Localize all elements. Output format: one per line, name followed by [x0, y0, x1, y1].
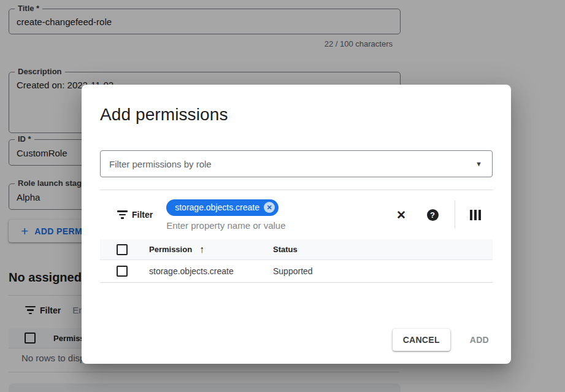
- filter-chip[interactable]: storage.objects.create ✕: [166, 199, 279, 216]
- filter-icon: [117, 210, 128, 219]
- screen: Title * create-changefeed-role 22 / 100 …: [0, 0, 565, 392]
- chevron-down-icon: ▼: [475, 160, 482, 167]
- dialog-title: Add permissions: [100, 105, 228, 125]
- filter-label-group: Filter: [117, 210, 153, 220]
- help-button[interactable]: ?: [425, 207, 440, 222]
- select-all-checkbox[interactable]: [117, 244, 128, 255]
- dialog-actions: CANCEL ADD: [393, 329, 493, 351]
- chip-remove-icon[interactable]: ✕: [264, 202, 275, 213]
- cancel-button[interactable]: CANCEL: [393, 329, 450, 351]
- columns-icon: [470, 210, 482, 220]
- filter-label: Filter: [132, 210, 153, 220]
- role-filter-dropdown[interactable]: Filter permissions by role ▼: [100, 150, 493, 177]
- role-filter-placeholder: Filter permissions by role: [109, 159, 475, 169]
- row-checkbox[interactable]: [117, 266, 128, 277]
- filter-chip-column: storage.objects.create ✕ Enter property …: [166, 199, 285, 231]
- permissions-filter-bar: Filter storage.objects.create ✕ Enter pr…: [100, 190, 493, 239]
- status-cell: Supported: [273, 266, 313, 276]
- toolbar-divider: [455, 201, 455, 229]
- status-column-header[interactable]: Status: [273, 245, 298, 254]
- filter-chip-label: storage.objects.create: [175, 202, 259, 212]
- toolbar-actions: ✕ ?: [394, 201, 493, 229]
- add-permissions-dialog: Add permissions Filter permissions by ro…: [82, 85, 511, 364]
- permission-column-header[interactable]: Permission: [149, 245, 192, 254]
- clear-filters-button[interactable]: ✕: [394, 207, 409, 222]
- permission-cell: storage.objects.create: [149, 266, 234, 276]
- filter-input-placeholder[interactable]: Enter property name or value: [166, 220, 285, 231]
- add-button[interactable]: ADD: [466, 329, 493, 351]
- permissions-panel: Filter storage.objects.create ✕ Enter pr…: [100, 190, 493, 283]
- help-icon: ?: [427, 209, 439, 221]
- sort-ascending-icon[interactable]: ↑: [199, 245, 204, 255]
- table-row[interactable]: storage.objects.create Supported: [100, 260, 493, 283]
- permissions-table-header: Permission ↑ Status: [100, 239, 493, 260]
- close-icon: ✕: [396, 209, 406, 221]
- column-display-button[interactable]: [468, 207, 483, 222]
